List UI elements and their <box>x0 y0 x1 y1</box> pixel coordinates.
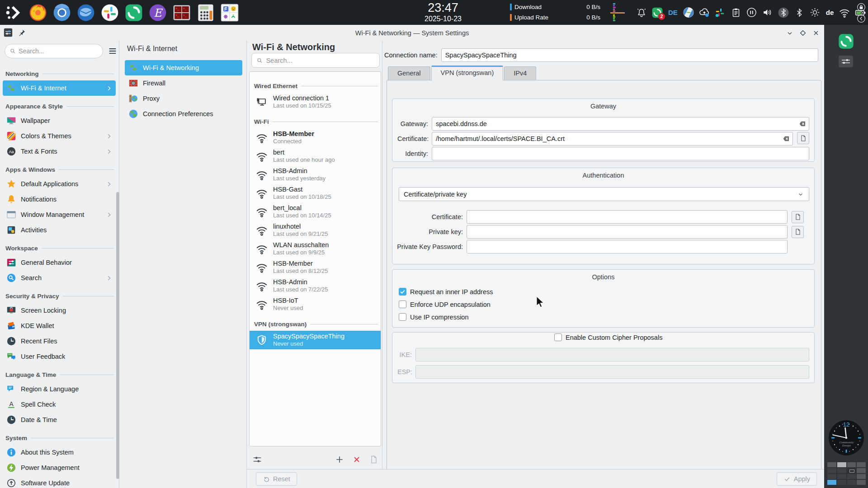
checkbox-use-ip-compression[interactable]: Use IP compression <box>399 313 468 321</box>
sidebar-item-about-this-system[interactable]: About this System <box>3 445 116 460</box>
sidebar-scrollbar[interactable] <box>116 192 119 479</box>
sidebar-item-region-language[interactable]: Region & Language <box>3 381 116 397</box>
connection-item-wired-connection-1[interactable]: Wired connection 1Last used on 10/15/25 <box>254 93 378 111</box>
lock-screen-icon[interactable] <box>856 2 866 12</box>
sidebar-item-search[interactable]: Search <box>3 270 116 286</box>
tab-vpn-strongswan[interactable]: VPN (strongswan) <box>431 66 504 80</box>
connection-item-hsb-iot[interactable]: HSB-IoTNever used <box>254 295 378 314</box>
sidebar-item-software-update[interactable]: Software Update <box>3 475 116 488</box>
connection-item-hsb-admin[interactable]: HSB-AdminLast used yesterday <box>254 165 378 184</box>
calculator-icon[interactable] <box>196 3 215 22</box>
terminal-grid-icon[interactable]: >_>_>_>_ <box>172 3 191 22</box>
subcategory-item-proxy[interactable]: Proxy <box>125 91 242 106</box>
connections-search[interactable] <box>251 53 380 68</box>
keyboard-layout-indicator[interactable]: de <box>825 7 835 19</box>
apply-button[interactable]: Apply <box>777 472 817 486</box>
subcategory-item-connection-preferences[interactable]: Connection Preferences <box>125 106 242 122</box>
sidebar-item-activities[interactable]: Activities <box>3 222 116 238</box>
connection-item-hsb-gast[interactable]: HSB-GastLast used on 10/18/25 <box>254 184 378 202</box>
export-connection-icon[interactable] <box>368 454 380 465</box>
tab-ipv4[interactable]: IPv4 <box>504 66 536 80</box>
slack-icon[interactable] <box>100 3 119 22</box>
media-pause-icon[interactable] <box>746 7 758 19</box>
element-dock-icon[interactable] <box>838 33 854 50</box>
sidebar-search-input[interactable] <box>19 47 98 55</box>
connection-item-hsb-member[interactable]: HSB-MemberConnected <box>254 128 378 147</box>
browse-file-icon[interactable] <box>797 132 809 144</box>
network-monitor[interactable]: Download 0 B/s Upload Rate 0 B/s <box>510 2 600 23</box>
titlebar[interactable]: Wi-Fi & Networking — System Settings <box>0 25 824 41</box>
tab-general[interactable]: General <box>388 66 430 80</box>
messenger-icon[interactable]: 2 <box>651 7 663 19</box>
bluetooth-icon[interactable] <box>793 7 805 19</box>
analog-clock-widget[interactable]: 12 Community Design <box>828 419 865 456</box>
clear-field-icon[interactable] <box>782 132 790 145</box>
connection-item-hsb-member[interactable]: HSB-MemberLast used on 8/12/25 <box>254 258 378 277</box>
sidebar-item-recent-files[interactable]: Recent Files <box>3 333 116 349</box>
brightness-icon[interactable] <box>809 7 821 19</box>
media-controller-icon[interactable] <box>839 56 853 67</box>
pager-cell[interactable] <box>827 468 836 473</box>
pager-cell[interactable] <box>857 474 866 479</box>
browse-file-icon[interactable] <box>792 211 804 223</box>
character-picker-icon[interactable] <box>220 3 239 22</box>
pager-cell[interactable] <box>857 462 866 467</box>
firefox-icon[interactable] <box>28 3 47 22</box>
browse-file-icon[interactable] <box>792 226 804 238</box>
connections-search-input[interactable] <box>266 57 375 64</box>
connection-name-input[interactable] <box>441 48 818 62</box>
sidebar-item-general-behavior[interactable]: General Behavior <box>3 255 116 270</box>
checkbox-enforce-udp-encapsulation[interactable]: Enforce UDP encapsulation <box>399 300 491 308</box>
clipboard-icon[interactable] <box>730 7 742 19</box>
close-icon[interactable] <box>811 28 821 38</box>
delete-connection-icon[interactable] <box>351 454 363 465</box>
pager-cell[interactable] <box>837 480 846 485</box>
gateway-input[interactable] <box>432 117 809 131</box>
sidebar-item-window-management[interactable]: Window Management <box>3 207 116 222</box>
volume-icon[interactable] <box>762 7 774 19</box>
sidebar-search[interactable] <box>5 44 103 58</box>
connection-item-bert-local[interactable]: bert_localLast used on 10/14/25 <box>254 202 378 221</box>
connection-item-linuxhotel[interactable]: linuxhotelLast used on 9/21/25 <box>254 221 378 239</box>
sidebar-item-colors-themes[interactable]: Colors & Themes <box>3 128 116 144</box>
connection-item-wlan-ausschalten[interactable]: WLAN ausschaltenLast used on 9/9/25 <box>254 239 378 258</box>
slack-tray-icon[interactable] <box>714 7 726 19</box>
minimize-icon[interactable] <box>785 28 794 38</box>
pager-cell[interactable] <box>847 474 856 479</box>
pager-cell[interactable] <box>857 468 866 473</box>
app-launcher-icon[interactable] <box>5 3 24 22</box>
pager-cell[interactable] <box>837 468 846 473</box>
ca-certificate-input[interactable] <box>432 132 793 145</box>
sync-circle-icon[interactable] <box>683 7 694 19</box>
private-key-password-input[interactable] <box>467 240 788 253</box>
pager-cell[interactable] <box>847 480 856 485</box>
pager-cell[interactable] <box>857 480 866 485</box>
panel-clock[interactable]: 23:47 2025-10-23 <box>389 1 497 23</box>
sidebar-item-kde-wallet[interactable]: KDE Wallet <box>3 318 116 333</box>
connection-item-hsb-admin[interactable]: HSB-AdminLast used on 7/22/25 <box>254 277 378 295</box>
configure-connection-icon[interactable] <box>251 454 263 465</box>
enable-custom-cipher-checkbox[interactable]: Enable Custom Cipher Proposals <box>554 333 662 341</box>
connection-item-spacyspacyspacething[interactable]: SpacySpacySpaceThingNever used <box>250 331 381 349</box>
subcategory-item-firewall[interactable]: Firewall <box>125 75 242 91</box>
hamburger-menu-icon[interactable] <box>108 46 118 56</box>
bluetooth-adapter-icon[interactable] <box>778 7 789 19</box>
auth-method-combobox[interactable]: Certificate/private key <box>399 187 809 201</box>
sidebar-item-spell-check[interactable]: ASpell Check <box>3 397 116 412</box>
emacs-icon[interactable]: E <box>148 3 167 22</box>
sidebar-item-default-applications[interactable]: Default Applications <box>3 176 116 192</box>
add-connection-icon[interactable] <box>334 454 345 465</box>
sidebar-item-wi-fi-internet[interactable]: Wi-Fi & Internet <box>3 80 116 96</box>
pager-cell[interactable] <box>827 474 836 479</box>
sidebar-item-text-fonts[interactable]: AaText & Fonts <box>3 144 116 159</box>
notifications-bell-icon[interactable] <box>636 7 647 19</box>
panel-collapse-icon[interactable] <box>856 14 866 23</box>
sidebar-item-date-time[interactable]: Date & Time <box>3 412 116 427</box>
maximize-icon[interactable] <box>798 28 807 38</box>
private-key-input[interactable] <box>467 225 788 239</box>
wifi-tray-icon[interactable] <box>839 7 850 19</box>
pager-cell[interactable] <box>837 462 846 467</box>
sidebar-item-screen-locking[interactable]: Screen Locking <box>3 303 116 318</box>
keyboard-layout-indicator[interactable]: DE <box>667 7 679 19</box>
sidebar-item-wallpaper[interactable]: Wallpaper <box>3 113 116 128</box>
